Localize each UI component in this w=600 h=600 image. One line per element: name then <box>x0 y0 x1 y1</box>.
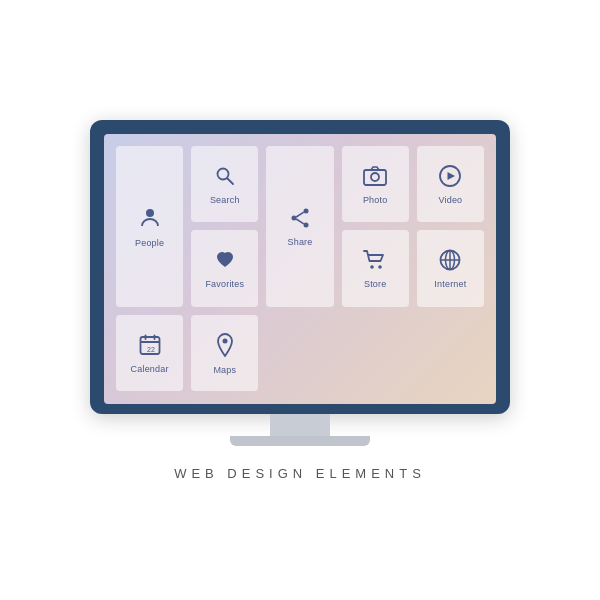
page-title: WEB DESIGN ELEMENTS <box>174 466 426 481</box>
svg-line-2 <box>227 178 233 184</box>
calendar-label: Calendar <box>131 364 169 374</box>
svg-point-3 <box>303 209 308 214</box>
heart-icon <box>214 249 236 275</box>
calendar-icon: 22 <box>139 334 161 360</box>
share-label: Share <box>287 237 312 247</box>
svg-line-7 <box>296 219 304 224</box>
video-label: Video <box>438 195 462 205</box>
tile-people[interactable]: People <box>116 146 183 307</box>
camera-icon <box>363 165 387 191</box>
play-icon <box>439 165 461 191</box>
search-icon <box>214 165 236 191</box>
tile-photo[interactable]: Photo <box>342 146 409 223</box>
store-label: Store <box>364 279 387 289</box>
tile-video[interactable]: Video <box>417 146 484 223</box>
monitor: People Search <box>90 120 510 414</box>
cart-icon <box>363 249 387 275</box>
tile-favorites[interactable]: Favorites <box>191 230 258 307</box>
pin-icon <box>215 333 235 361</box>
svg-point-1 <box>217 168 228 179</box>
monitor-wrapper: People Search <box>90 120 510 446</box>
tile-internet[interactable]: Internet <box>417 230 484 307</box>
tile-search[interactable]: Search <box>191 146 258 223</box>
svg-point-4 <box>303 223 308 228</box>
svg-point-12 <box>370 266 374 270</box>
tile-maps[interactable]: Maps <box>191 315 258 392</box>
tile-share[interactable]: Share <box>266 146 333 307</box>
stand-base <box>230 436 370 446</box>
stand-neck <box>270 414 330 436</box>
tile-store[interactable]: Store <box>342 230 409 307</box>
svg-text:22: 22 <box>147 346 155 353</box>
svg-point-9 <box>371 173 379 181</box>
svg-point-13 <box>378 266 382 270</box>
svg-point-5 <box>291 216 296 221</box>
svg-line-6 <box>296 212 304 217</box>
svg-point-0 <box>146 209 154 217</box>
share-icon <box>289 207 311 233</box>
search-label: Search <box>210 195 240 205</box>
person-icon <box>138 206 162 234</box>
tile-calendar[interactable]: 22 Calendar <box>116 315 183 392</box>
favorites-label: Favorites <box>205 279 244 289</box>
svg-marker-11 <box>448 172 456 180</box>
maps-label: Maps <box>213 365 236 375</box>
screen: People Search <box>104 134 496 404</box>
people-label: People <box>135 238 164 248</box>
globe-icon <box>439 249 461 275</box>
photo-label: Photo <box>363 195 388 205</box>
svg-point-23 <box>222 339 227 344</box>
internet-label: Internet <box>434 279 466 289</box>
